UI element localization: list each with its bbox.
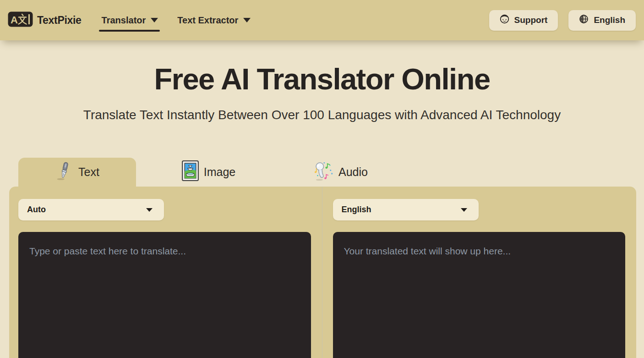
main-nav: Translator Text Extractor: [102, 0, 251, 40]
target-language-select[interactable]: English: [333, 199, 479, 220]
framed-picture-icon: [182, 160, 199, 184]
nav-item-translator[interactable]: Translator: [102, 0, 158, 40]
textpixie-logo-icon: A: [8, 11, 33, 29]
support-button[interactable]: Support: [489, 10, 558, 31]
source-text-input[interactable]: [18, 232, 311, 358]
target-language-value: English: [342, 205, 371, 215]
tab-image[interactable]: Image: [150, 158, 267, 187]
active-nav-underline: [99, 30, 160, 32]
tab-image-label: Image: [204, 165, 235, 179]
target-text-output[interactable]: [333, 232, 626, 358]
main-content: Free AI Translator Online Translate Text…: [0, 40, 644, 358]
fountain-pen-icon: [55, 161, 73, 184]
source-language-select[interactable]: Auto: [18, 199, 164, 220]
brand[interactable]: A TextPixie: [8, 11, 82, 29]
nav-translator-label: Translator: [102, 15, 146, 26]
chevron-down-icon: [243, 18, 251, 22]
tab-audio[interactable]: Audio: [281, 158, 399, 187]
nav-item-text-extractor[interactable]: Text Extractor: [177, 0, 251, 40]
target-column: English: [322, 187, 637, 358]
language-button[interactable]: English: [568, 10, 636, 31]
support-button-label: Support: [514, 15, 548, 25]
tab-bar: Text Image: [0, 158, 644, 187]
header: A TextPixie Translator Text Extractor: [0, 0, 644, 40]
tab-text[interactable]: Text: [18, 158, 136, 187]
source-language-value: Auto: [27, 205, 46, 215]
globe-icon: [579, 14, 589, 26]
chevron-down-icon: [461, 208, 467, 212]
page-title: Free AI Translator Online: [0, 40, 644, 96]
tab-text-label: Text: [78, 165, 99, 179]
svg-text:A: A: [11, 14, 18, 26]
chevron-down-icon: [151, 18, 158, 22]
page-subtitle: Translate Text Instantly Between Over 10…: [0, 107, 644, 123]
nav-text-extractor-label: Text Extractor: [177, 15, 238, 26]
header-actions: Support English: [489, 10, 636, 31]
earbud-music-icon: [312, 160, 333, 184]
source-column: Auto: [9, 187, 322, 358]
brand-name: TextPixie: [37, 14, 82, 27]
tab-audio-label: Audio: [338, 165, 368, 179]
language-button-label: English: [594, 15, 625, 25]
chevron-down-icon: [146, 208, 153, 212]
support-person-icon: [500, 14, 509, 26]
translator-panel: Auto English: [9, 187, 636, 358]
